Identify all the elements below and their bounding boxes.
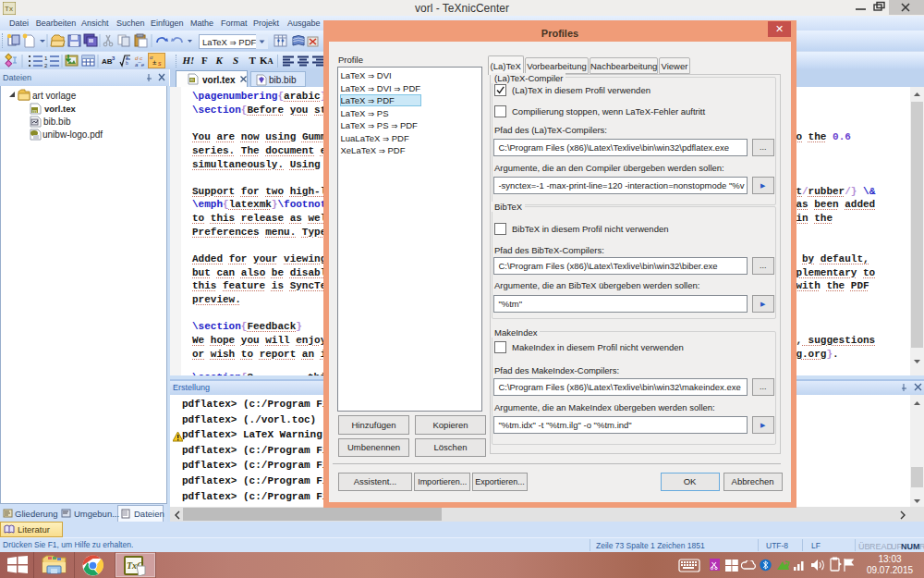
svg-text:s: s bbox=[158, 60, 162, 67]
svg-text:1: 1 bbox=[44, 55, 48, 61]
svg-text:Tx: Tx bbox=[5, 5, 13, 13]
svg-text:AB: AB bbox=[102, 57, 113, 66]
svg-text:2: 2 bbox=[44, 63, 48, 68]
svg-text:b: b bbox=[126, 60, 128, 66]
svg-text:m: m bbox=[190, 78, 194, 82]
svg-text:m: m bbox=[32, 108, 37, 114]
svg-text:d·c: d·c bbox=[135, 55, 142, 61]
svg-text:a¯e: a¯e bbox=[135, 62, 145, 68]
svg-text:3: 3 bbox=[112, 55, 116, 61]
svg-text:±: ± bbox=[152, 58, 157, 67]
